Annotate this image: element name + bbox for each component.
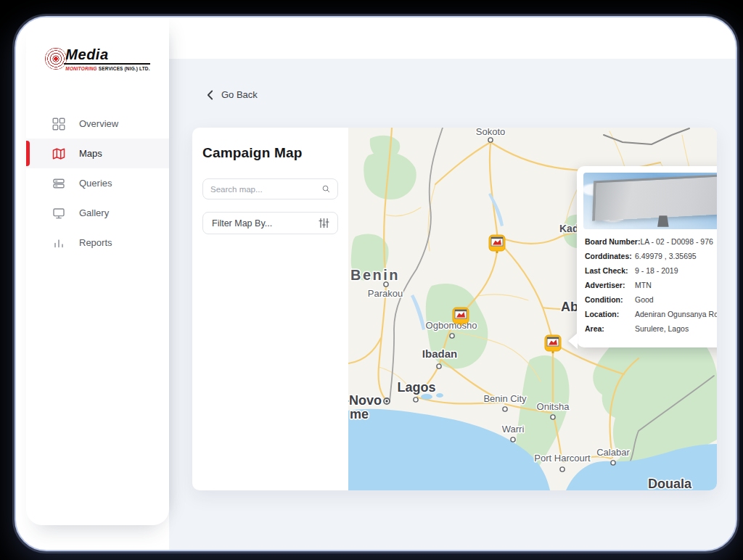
info-field-label: Area: (585, 324, 635, 333)
reports-icon (52, 236, 65, 250)
city-dot (560, 467, 565, 472)
map-canvas[interactable]: SokotoKadunaBeninParakouOgbomoshoIbadanA… (348, 128, 717, 490)
brand-name: Media (64, 46, 149, 65)
map-label: Warri (502, 424, 525, 435)
info-field-label: Advertiser: (585, 281, 635, 289)
info-field-row: Advertiser:MTN (585, 281, 717, 295)
city-dot (511, 437, 515, 442)
billboard-board (592, 174, 717, 221)
map-label: Lagos (397, 380, 435, 395)
city-dot (450, 334, 454, 338)
info-field-value: MTN (635, 281, 652, 289)
billboard-marker-1[interactable] (489, 235, 505, 253)
city-dot (488, 138, 493, 142)
filter-map-dropdown[interactable]: Filter Map By... (202, 212, 338, 234)
campaign-map-panel: Campaign Map Filter Map By... (192, 128, 717, 490)
sidebar-nav: Overview Maps Queries (26, 109, 169, 258)
city-dot (384, 282, 388, 287)
info-field-row: Condition:Good (585, 295, 717, 310)
brand-logo: Media MONITORING SERVICES (NIG.) LTD. (26, 46, 169, 71)
info-field-value: Surulere, Lagos (635, 324, 689, 333)
sidebar-item-reports[interactable]: Reports (26, 228, 169, 258)
brand-subtitle: MONITORING SERVICES (NIG.) LTD. (64, 66, 149, 71)
sidebar-item-label: Queries (79, 178, 112, 189)
map-label: Onitsha (537, 401, 570, 412)
city-dot (551, 415, 555, 419)
map-label: Benin (350, 267, 400, 283)
info-field-value: 9 - 18 - 2019 (635, 266, 678, 275)
sidebar-item-overview[interactable]: Overview (26, 109, 169, 139)
city-dot (414, 398, 418, 402)
chevron-left-icon (207, 90, 213, 100)
city-dot (611, 461, 615, 465)
city-dot (503, 407, 507, 411)
filter-sliders-icon (319, 218, 329, 228)
billboard-photo (583, 173, 717, 229)
sidebar-item-label: Reports (79, 237, 112, 248)
info-field-label: Board Number: (585, 237, 640, 246)
active-indicator (26, 141, 30, 166)
billboard-marker-3[interactable] (545, 335, 561, 353)
go-back-label: Go Back (221, 89, 258, 100)
map-label: Douala (648, 477, 692, 490)
info-field-row: Area:Surulere, Lagos (585, 324, 717, 339)
page-title: Campaign Map (202, 145, 338, 161)
info-field-row: Corddinates:6.49979 , 3.35695 (585, 252, 717, 266)
map-label: Ibadan (422, 347, 457, 360)
map-label: Calabar (596, 447, 630, 458)
info-field-row: Last Check:9 - 18 - 2019 (585, 266, 717, 281)
info-field-row: Board Number:LA - 02 - D0098 - 976 (585, 237, 717, 252)
info-field-label: Condition: (585, 295, 635, 304)
queries-icon (52, 177, 65, 190)
sidebar-item-maps[interactable]: Maps (26, 139, 169, 168)
map-label: Benin City (483, 393, 527, 404)
billboard-marker-2[interactable] (453, 308, 469, 326)
info-field-label: Last Check: (585, 266, 635, 275)
sidebar-item-gallery[interactable]: Gallery (26, 198, 169, 228)
info-card-fields: Board Number:LA - 02 - D0098 - 976Corddi… (583, 237, 717, 339)
app-window: Media MONITORING SERVICES (NIG.) LTD. Ov… (15, 16, 737, 551)
filter-label: Filter Map By... (212, 218, 272, 228)
info-field-value: Adeniran Ogunsanya Roa (635, 310, 717, 318)
map-label: Port Harcourt (534, 453, 591, 464)
map-label: me (350, 407, 369, 421)
sidebar-item-queries[interactable]: Queries (26, 168, 169, 198)
city-dot (437, 364, 441, 368)
sidebar: Media MONITORING SERVICES (NIG.) LTD. Ov… (26, 17, 169, 525)
sidebar-item-label: Overview (79, 118, 118, 129)
map-icon (52, 147, 65, 160)
map-label: Ogbomosho (426, 320, 477, 331)
go-back-button[interactable]: Go Back (207, 89, 258, 100)
gallery-icon (52, 207, 65, 220)
info-field-label: Corddinates: (585, 252, 635, 260)
map-search-box[interactable] (202, 178, 338, 199)
sidebar-item-label: Gallery (79, 207, 109, 218)
map-label: -Novo (348, 393, 382, 408)
grid-icon (52, 118, 65, 131)
info-field-label: Location: (585, 310, 635, 318)
info-card-tail (568, 333, 578, 349)
billboard-pole (657, 215, 669, 227)
map-label: Parakou (368, 288, 403, 299)
info-field-value: LA - 02 - D0098 - 976 (640, 237, 713, 246)
info-field-value: 6.49979 , 3.35695 (635, 252, 697, 260)
sidebar-item-label: Maps (79, 148, 102, 159)
billboard-info-card[interactable]: Board Number:LA - 02 - D0098 - 976Corddi… (577, 166, 717, 347)
map-label: Sokoto (476, 128, 505, 137)
search-input[interactable] (210, 185, 322, 194)
map-controls: Campaign Map Filter Map By... (192, 128, 348, 490)
info-field-value: Good (635, 295, 654, 304)
search-icon (322, 184, 330, 194)
capital-dot (385, 400, 387, 402)
info-field-row: Location:Adeniran Ogunsanya Roa (585, 310, 717, 324)
